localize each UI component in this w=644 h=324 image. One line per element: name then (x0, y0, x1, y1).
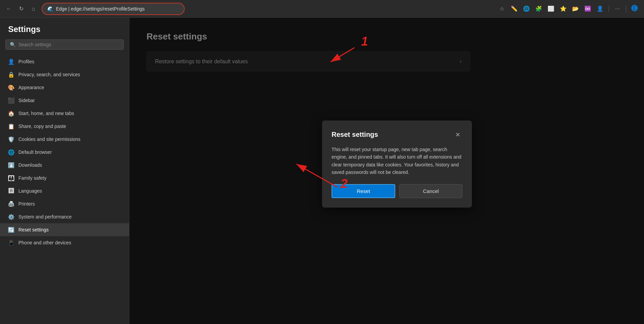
sidebar: Settings 🔍 👤 Profiles 🔒 Privacy, search,… (0, 18, 129, 324)
search-icon: 🔍 (10, 42, 16, 47)
sidebar-item-label: Profiles (18, 59, 34, 64)
sidebar-item-languages[interactable]: 🅰 Languages (0, 184, 129, 197)
divider (609, 5, 609, 12)
reset-settings-dialog: Reset settings ✕ This will reset your st… (322, 120, 472, 208)
reset-confirm-button[interactable]: Reset (332, 184, 395, 198)
sidebar-item-appearance[interactable]: 🎨 Appearance (0, 81, 129, 94)
sidebar-item-label: Default browser (18, 149, 52, 155)
more-menu-button[interactable]: ··· (612, 4, 623, 14)
copilot-icon[interactable]: ♾️ (583, 4, 593, 14)
collections-icon[interactable]: 📂 (570, 4, 581, 14)
sidebar-item-label: System and performance (18, 214, 72, 220)
favorites2-icon[interactable]: ⭐ (558, 4, 568, 14)
family-safety-icon: 👨‍👩‍👧 (8, 175, 14, 181)
cancel-button[interactable]: Cancel (399, 184, 462, 198)
sidebar-item-profiles[interactable]: 👤 Profiles (0, 55, 129, 68)
search-box[interactable]: 🔍 (5, 39, 124, 50)
profile-icon[interactable]: 👤 (595, 4, 605, 14)
sidebar-item-family-safety[interactable]: 👨‍👩‍👧 Family safety (0, 172, 129, 184)
browser-chrome: ← ↻ ⌂ 🌊 Edge | edge://settings/resetProf… (0, 0, 644, 18)
dialog-title: Reset settings (332, 131, 378, 139)
sidebar-item-label: Cookies and site permissions (18, 136, 80, 142)
edge-logo-icon: 🌊 (47, 6, 53, 12)
dialog-close-button[interactable]: ✕ (453, 130, 462, 140)
sidebar-item-phone[interactable]: 📱 Phone and other devices (0, 236, 129, 249)
pen-icon[interactable]: ✏️ (509, 4, 519, 14)
url-text: Edge | edge://settings/resetProfileSetti… (56, 6, 179, 12)
favorites-icon[interactable]: ☆ (497, 4, 507, 14)
back-button[interactable]: ← (4, 4, 14, 14)
browser-actions: ☆ ✏️ 🌐 🧩 ⬜ ⭐ 📂 ♾️ 👤 ··· 🅔 (497, 4, 640, 14)
sidebar-item-label: Languages (18, 188, 42, 194)
reset-icon: 🔄 (8, 227, 14, 233)
sidebar-item-label: Privacy, search, and services (18, 72, 80, 77)
sidebar-item-privacy[interactable]: 🔒 Privacy, search, and services (0, 68, 129, 81)
sidebar-icon: ⬛ (8, 97, 14, 103)
edge-brand-icon[interactable]: 🅔 (630, 4, 640, 14)
privacy-icon: 🔒 (8, 71, 14, 78)
sidebar-item-label: Printers (18, 201, 35, 207)
profiles-icon: 👤 (8, 59, 14, 65)
divider2 (626, 5, 626, 12)
sidebar-item-label: Downloads (18, 162, 42, 168)
home-button[interactable]: ⌂ (29, 4, 38, 14)
sidebar-item-sidebar[interactable]: ⬛ Sidebar (0, 94, 129, 107)
cookies-icon: 🛡️ (8, 136, 14, 142)
sidebar-item-label: Family safety (18, 175, 46, 181)
address-bar[interactable]: 🌊 Edge | edge://settings/resetProfileSet… (42, 3, 185, 15)
start-icon: 🏠 (8, 110, 14, 116)
dialog-body: This will reset your startup page, new t… (332, 146, 462, 176)
dialog-actions: Reset Cancel (332, 184, 462, 198)
sidebar-item-start[interactable]: 🏠 Start, home, and new tabs (0, 107, 129, 120)
sidebar-item-label: Phone and other devices (18, 240, 71, 245)
phone-icon: 📱 (8, 240, 14, 246)
dialog-header: Reset settings ✕ (332, 130, 462, 140)
split-screen-icon[interactable]: ⬜ (546, 4, 556, 14)
default-browser-icon: 🌐 (8, 149, 14, 155)
printers-icon: 🖨️ (8, 201, 14, 207)
sidebar-item-label: Sidebar (18, 98, 35, 103)
dialog-overlay: Reset settings ✕ This will reset your st… (129, 18, 644, 324)
sidebar-item-reset[interactable]: 🔄 Reset settings (0, 223, 129, 236)
sidebar-item-label: Share, copy and paste (18, 124, 66, 129)
nav-buttons: ← ↻ ⌂ (4, 4, 38, 14)
sidebar-item-cookies[interactable]: 🛡️ Cookies and site permissions (0, 133, 129, 146)
sidebar-item-label: Reset settings (18, 227, 49, 232)
sidebar-item-system[interactable]: ⚙️ System and performance (0, 210, 129, 223)
extensions-icon[interactable]: 🧩 (534, 4, 544, 14)
sidebar-item-label: Appearance (18, 85, 44, 90)
translate-icon[interactable]: 🌐 (521, 4, 532, 14)
appearance-icon: 🎨 (8, 84, 14, 91)
main-content: Reset settings Restore settings to their… (129, 18, 644, 324)
main-layout: Settings 🔍 👤 Profiles 🔒 Privacy, search,… (0, 18, 644, 324)
sidebar-item-share[interactable]: 📋 Share, copy and paste (0, 120, 129, 133)
refresh-button[interactable]: ↻ (16, 4, 26, 14)
downloads-icon: ⬇️ (8, 162, 14, 168)
search-input[interactable] (18, 42, 119, 47)
sidebar-item-downloads[interactable]: ⬇️ Downloads (0, 159, 129, 172)
sidebar-item-default-browser[interactable]: 🌐 Default browser (0, 146, 129, 159)
languages-icon: 🅰 (8, 188, 14, 194)
system-icon: ⚙️ (8, 214, 14, 220)
sidebar-item-label: Start, home, and new tabs (18, 111, 74, 116)
sidebar-title: Settings (0, 25, 129, 39)
sidebar-item-printers[interactable]: 🖨️ Printers (0, 197, 129, 210)
share-icon: 📋 (8, 123, 14, 129)
